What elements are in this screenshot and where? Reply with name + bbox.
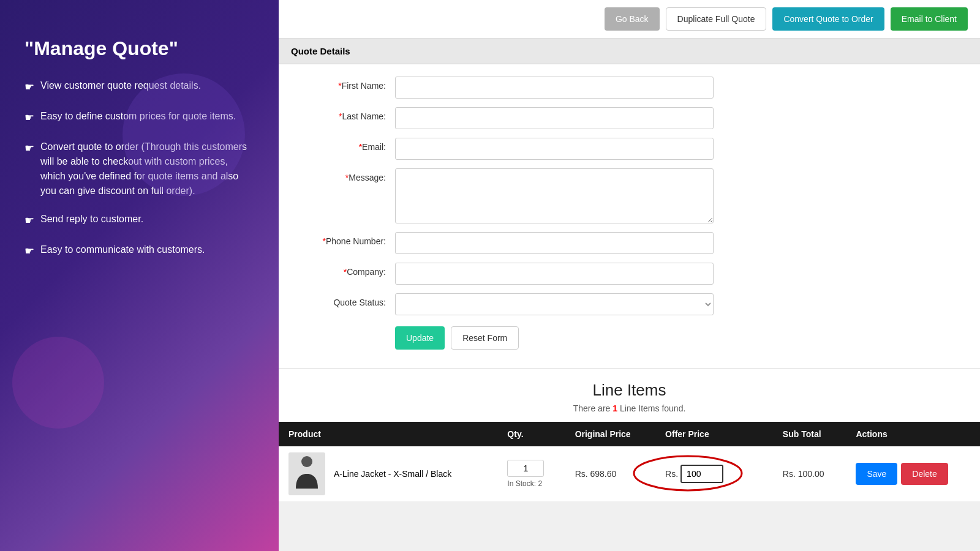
update-button[interactable]: Update (395, 326, 445, 350)
table-body: A-Line Jacket - X-Small / Black In Stock… (279, 446, 980, 502)
line-items-table: Product Qty. Original Price Offer Price … (279, 422, 980, 502)
subtotal-cell: Rs. 100.00 (773, 446, 846, 502)
toolbar: Go Back Duplicate Full Quote Convert Quo… (279, 0, 980, 39)
sidebar-item-label: Easy to define custom prices for quote i… (40, 109, 236, 124)
actions-cell: Save Delete (846, 446, 980, 502)
list-item: ☛ Send reply to customer. (24, 212, 254, 229)
message-row: *Message: (297, 168, 962, 223)
first-name-label: *First Name: (297, 77, 395, 91)
line-items-title: Line Items (279, 381, 980, 400)
last-name-input[interactable] (395, 107, 714, 129)
line-items-section: Line Items There are 1 Line Items found.… (279, 369, 980, 502)
save-button[interactable]: Save (856, 463, 897, 485)
form-actions: Update Reset Form (395, 326, 962, 350)
sidebar-item-label: Send reply to customer. (40, 212, 143, 227)
convert-quote-button[interactable]: Convert Quote to Order (772, 7, 884, 31)
sidebar-title: "Manage Quote" (24, 37, 254, 60)
stock-text: In Stock: 2 (507, 479, 555, 488)
panel-body: *First Name: *Last Name: *Email: *Messag… (279, 64, 980, 368)
delete-button[interactable]: Delete (901, 463, 948, 485)
qty-input[interactable] (507, 460, 544, 477)
col-product: Product (279, 422, 497, 446)
product-cell: A-Line Jacket - X-Small / Black (279, 446, 497, 502)
sidebar-items: ☛ View customer quote request details. ☛… (24, 78, 254, 260)
svg-point-0 (301, 456, 312, 467)
company-label: *Company: (297, 263, 395, 277)
company-input[interactable] (395, 263, 714, 285)
list-item: ☛ Convert quote to order (Through this c… (24, 140, 254, 198)
main-content: Go Back Duplicate Full Quote Convert Quo… (279, 0, 980, 551)
table-row: A-Line Jacket - X-Small / Black In Stock… (279, 446, 980, 502)
phone-row: *Phone Number: (297, 232, 962, 254)
offer-price-input[interactable] (680, 465, 723, 483)
status-select[interactable] (395, 293, 714, 315)
offer-price-prefix: Rs. (665, 469, 678, 479)
email-client-button[interactable]: Email to Client (891, 7, 968, 31)
arrow-icon: ☛ (24, 243, 34, 260)
col-offer-price: Offer Price (655, 422, 773, 446)
arrow-icon: ☛ (24, 79, 34, 96)
arrow-icon: ☛ (24, 110, 34, 126)
table-header: Product Qty. Original Price Offer Price … (279, 422, 980, 446)
col-qty: Qty. (497, 422, 565, 446)
offer-price-cell: Rs. (655, 446, 773, 502)
qty-cell: In Stock: 2 (497, 446, 565, 502)
arrow-icon: ☛ (24, 212, 34, 229)
status-label: Quote Status: (297, 293, 395, 307)
last-name-label: *Last Name: (297, 107, 395, 121)
go-back-button[interactable]: Go Back (605, 7, 660, 31)
last-name-row: *Last Name: (297, 107, 962, 129)
list-item: ☛ View customer quote request details. (24, 78, 254, 96)
original-price-cell: Rs. 698.60 (565, 446, 655, 502)
reset-button[interactable]: Reset Form (451, 326, 519, 350)
product-silhouette (292, 454, 322, 493)
product-image (288, 452, 325, 495)
product-name: A-Line Jacket - X-Small / Black (334, 469, 451, 479)
list-item: ☛ Easy to define custom prices for quote… (24, 109, 254, 126)
quote-details-panel: Quote Details *First Name: *Last Name: *… (279, 39, 980, 369)
company-row: *Company: (297, 263, 962, 285)
sidebar: "Manage Quote" ☛ View customer quote req… (0, 0, 279, 551)
email-input[interactable] (395, 138, 714, 160)
col-subtotal: Sub Total (773, 422, 846, 446)
col-original-price: Original Price (565, 422, 655, 446)
message-input[interactable] (395, 168, 714, 223)
line-items-subtitle: There are 1 Line Items found. (279, 403, 980, 413)
duplicate-quote-button[interactable]: Duplicate Full Quote (666, 7, 767, 31)
sidebar-item-label: View customer quote request details. (40, 78, 201, 93)
col-actions: Actions (846, 422, 980, 446)
message-label: *Message: (297, 168, 395, 182)
first-name-input[interactable] (395, 77, 714, 99)
email-row: *Email: (297, 138, 962, 160)
arrow-icon: ☛ (24, 140, 34, 157)
first-name-row: *First Name: (297, 77, 962, 99)
email-label: *Email: (297, 138, 395, 152)
status-row: Quote Status: (297, 293, 962, 315)
panel-header: Quote Details (279, 39, 980, 64)
phone-input[interactable] (395, 232, 714, 254)
sidebar-item-label: Easy to communicate with customers. (40, 242, 205, 257)
sidebar-item-label: Convert quote to order (Through this cus… (40, 140, 254, 198)
phone-label: *Phone Number: (297, 232, 395, 246)
list-item: ☛ Easy to communicate with customers. (24, 242, 254, 260)
